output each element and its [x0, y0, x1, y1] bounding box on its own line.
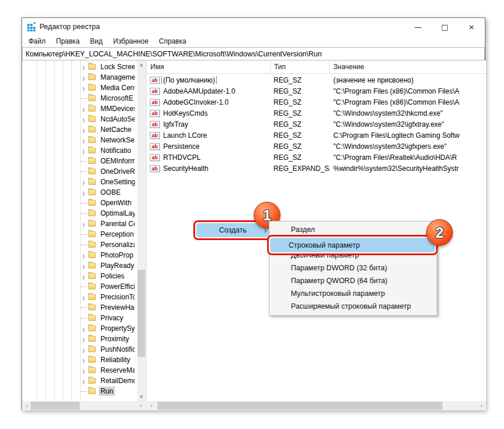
submenu-item[interactable]: Раздел [269, 223, 437, 236]
registry-value-row[interactable]: ab Persistence REG_SZ "C:\Windows\system… [147, 141, 486, 152]
expand-arrow-icon[interactable] [80, 103, 88, 114]
expand-arrow-icon[interactable] [80, 313, 88, 323]
expand-arrow-icon[interactable] [80, 114, 88, 124]
scroll-left-button[interactable]: ‹ [22, 401, 31, 410]
expand-arrow-icon[interactable] [80, 187, 88, 198]
tree-item[interactable]: Reliability [22, 355, 137, 365]
tree-item[interactable]: ReserveMa [22, 365, 137, 376]
tree-item[interactable]: PowerEffici [22, 281, 137, 292]
scrollbar-thumb[interactable] [157, 402, 442, 410]
tree-item[interactable]: PushNotific [22, 344, 137, 355]
scroll-right-button[interactable]: › [136, 401, 146, 410]
tree-item[interactable]: Notificatio [22, 145, 137, 156]
expand-arrow-icon[interactable] [80, 334, 88, 344]
scroll-left-button[interactable]: ‹ [147, 401, 156, 410]
submenu-item-string-value[interactable]: Строковый параметр [270, 238, 435, 252]
expand-arrow-icon[interactable] [80, 386, 88, 396]
expand-arrow-icon[interactable] [80, 344, 88, 355]
menubar-item[interactable]: Избранное [108, 36, 154, 47]
registry-value-row[interactable]: ab AdobeAAMUpdater-1.0 REG_SZ "C:\Progra… [147, 85, 486, 96]
tree-item[interactable]: NetCache [22, 124, 137, 135]
scrollbar-thumb[interactable] [138, 270, 145, 357]
expand-arrow-icon[interactable] [80, 62, 88, 72]
tree-item[interactable]: OOBE [22, 187, 137, 198]
expand-arrow-icon[interactable] [80, 323, 88, 334]
tree-item[interactable]: OEMInform [22, 156, 137, 166]
expand-arrow-icon[interactable] [80, 250, 88, 260]
tree-item[interactable]: Media Cent [22, 83, 137, 93]
expand-arrow-icon[interactable] [80, 302, 88, 313]
registry-value-row[interactable]: ab IgfxTray REG_SZ "C:\Windows\system32\… [147, 119, 486, 130]
tree-item[interactable]: OpenWith [22, 198, 137, 208]
expand-arrow-icon[interactable] [80, 198, 88, 208]
scroll-right-button[interactable]: › [477, 401, 486, 410]
expand-arrow-icon[interactable] [80, 208, 88, 219]
submenu-item[interactable]: Параметр DWORD (32 бита) [269, 262, 437, 274]
expand-arrow-icon[interactable] [80, 365, 88, 376]
menubar-item[interactable]: Правка [51, 36, 85, 47]
registry-value-row[interactable]: ab (По умолчанию) REG_SZ (значение не пр… [147, 74, 486, 85]
expand-arrow-icon[interactable] [80, 376, 88, 386]
tree-item[interactable]: PlayReady [22, 260, 137, 271]
menubar-item[interactable]: Вид [85, 36, 108, 47]
column-header-type[interactable]: Тип [271, 60, 330, 73]
tree-item[interactable]: Proximity [22, 334, 137, 344]
tree-item[interactable]: Policies [22, 271, 137, 281]
submenu-item[interactable]: Расширяемый строковый параметр [269, 300, 437, 313]
expand-arrow-icon[interactable] [80, 219, 88, 229]
expand-arrow-icon[interactable] [80, 239, 88, 250]
tree-item[interactable]: OneSetting [22, 177, 137, 187]
tree-item[interactable]: Perception [22, 229, 137, 239]
close-button[interactable]: × [458, 18, 485, 35]
expand-arrow-icon[interactable] [80, 292, 88, 302]
expand-arrow-icon[interactable] [80, 166, 88, 177]
column-header-name[interactable]: Имя [147, 60, 271, 73]
expand-arrow-icon[interactable] [80, 145, 88, 156]
tree-item[interactable]: PhotoProp [22, 250, 137, 260]
submenu-item[interactable]: Мультистроковый параметр [269, 287, 437, 300]
tree-item[interactable]: MicrosoftE [22, 93, 137, 103]
registry-value-row[interactable]: ab RTHDVCPL REG_SZ "C:\Program Files\Rea… [147, 152, 486, 163]
tree-item[interactable]: Privacy [22, 313, 137, 323]
tree-item[interactable]: PrecisionTo [22, 292, 137, 302]
tree-item[interactable]: RetailDemo [22, 376, 137, 386]
expand-arrow-icon[interactable] [80, 72, 88, 83]
registry-tree-pane[interactable]: Lock Screen Manageme Media Cent [22, 60, 146, 410]
registry-value-row[interactable]: ab SecurityHealth REG_EXPAND_SZ %windir%… [147, 163, 486, 174]
registry-value-row[interactable]: ab AdobeGCInvoker-1.0 REG_SZ "C:\Program… [147, 96, 486, 108]
scroll-up-button[interactable]: ∧ [137, 60, 146, 70]
registry-value-row[interactable]: ab HotKeysCmds REG_SZ "C:\Windows\system… [147, 108, 486, 119]
list-horizontal-scrollbar[interactable]: ‹ › [147, 401, 486, 410]
tree-item[interactable]: PreviewHar [22, 302, 137, 313]
tree-item[interactable]: Lock Screen [22, 62, 137, 72]
tree-item[interactable]: NetworkSe [22, 135, 137, 145]
tree-vertical-scrollbar[interactable]: ∧ ∨ [137, 60, 146, 401]
submenu-item[interactable]: Параметр QWORD (64 бита) [269, 274, 437, 287]
tree-item[interactable]: Run [22, 386, 137, 396]
scrollbar-thumb[interactable] [31, 402, 80, 410]
menubar-item[interactable]: Файл [23, 36, 51, 47]
expand-arrow-icon[interactable] [80, 124, 88, 135]
scroll-down-button[interactable]: ∨ [137, 392, 146, 401]
column-header-value[interactable]: Значение [330, 60, 486, 73]
tree-item[interactable]: NcdAutoSe [22, 114, 137, 124]
address-bar[interactable]: Компьютер\HKEY_LOCAL_MACHINE\SOFTWARE\Mi… [22, 47, 485, 60]
expand-arrow-icon[interactable] [80, 229, 88, 239]
expand-arrow-icon[interactable] [80, 156, 88, 166]
expand-arrow-icon[interactable] [80, 355, 88, 365]
tree-item[interactable]: Personaliza [22, 239, 137, 250]
tree-item[interactable]: PropertySy [22, 323, 137, 334]
tree-item[interactable]: OptimalLay [22, 208, 137, 219]
minimize-button[interactable]: — [405, 18, 431, 35]
expand-arrow-icon[interactable] [80, 281, 88, 292]
tree-item[interactable]: Manageme [22, 72, 137, 83]
menubar-item[interactable]: Справка [154, 36, 192, 47]
expand-arrow-icon[interactable] [80, 135, 88, 145]
expand-arrow-icon[interactable] [80, 83, 88, 93]
expand-arrow-icon[interactable] [80, 271, 88, 281]
registry-value-row[interactable]: ab Launch LCore REG_SZ C:\Program Files\… [147, 130, 486, 141]
tree-item[interactable]: Parental Co [22, 219, 137, 229]
maximize-button[interactable]: □ [431, 18, 458, 35]
tree-item[interactable]: OneDriveRa [22, 166, 137, 177]
expand-arrow-icon[interactable] [80, 177, 88, 187]
